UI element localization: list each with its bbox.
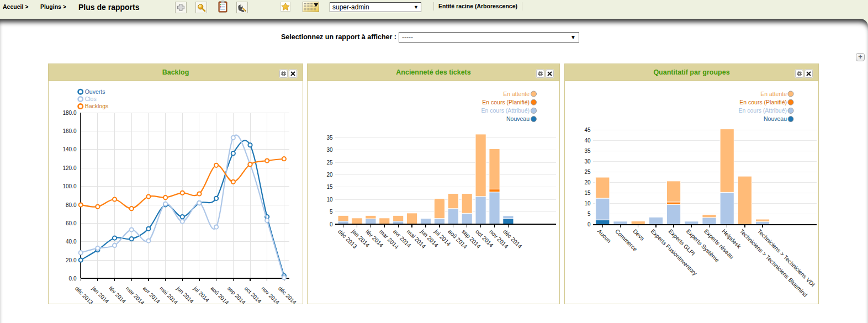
gear-icon[interactable] xyxy=(536,70,544,78)
bar-segment-En attente xyxy=(366,215,376,219)
data-point-Clos xyxy=(181,219,184,223)
y-axis-label: 45 xyxy=(584,127,591,133)
y-axis-label: 140.0 xyxy=(62,146,76,152)
bar-chart-svg: AucunCommerceDevsExperts FusionInventory… xyxy=(565,81,818,304)
data-point-Backlogs xyxy=(113,197,117,201)
report-icon[interactable] xyxy=(217,1,229,15)
legend-label: Backlogs xyxy=(85,103,109,109)
close-icon[interactable] xyxy=(546,70,554,78)
bar-segment-En attente xyxy=(393,215,404,221)
y-axis-label: 10 xyxy=(326,197,333,203)
legend-marker-En cours (Attribué) xyxy=(788,108,793,113)
data-point-Backlogs xyxy=(96,205,99,209)
y-axis-label: 120.0 xyxy=(62,165,76,171)
bar-segment-En cours (Attribué) xyxy=(667,204,681,224)
bar-segment-En attente xyxy=(434,198,444,218)
y-axis-label: 20 xyxy=(584,179,591,186)
add-widget-button[interactable]: + xyxy=(856,53,865,61)
bar-segment-En attente xyxy=(352,218,362,224)
legend-marker-En cours (Planifié) xyxy=(531,99,537,105)
panel-backlog: Backlog 0.020.040.060.080.0100.0120.0140… xyxy=(48,63,303,304)
report-selector-label: Selectionnez un rapport à afficher : xyxy=(281,33,396,41)
x-axis-label: Aucun xyxy=(596,227,613,244)
data-point-Backlogs xyxy=(248,162,252,166)
bar-segment-En cours (Attribué) xyxy=(448,209,458,224)
data-point-Clos xyxy=(96,246,99,250)
bar-segment-Nouveau xyxy=(503,219,514,224)
bar-segment-En attente xyxy=(475,134,486,197)
bar-segment-En cours (Planifié) xyxy=(489,189,500,192)
display-icon[interactable] xyxy=(301,2,321,14)
panel-quantitatif-header: Quantitatif par groupes xyxy=(565,64,818,81)
x-axis-label: Techniciens > Techniciens Bluemind xyxy=(738,227,809,298)
legend-marker-En cours (Planifié) xyxy=(788,99,793,105)
close-icon[interactable] xyxy=(289,70,297,78)
bar-segment-En cours (Attribué) xyxy=(702,218,716,225)
bar-segment-En attente xyxy=(702,215,716,218)
gear-icon[interactable] xyxy=(279,70,288,78)
bar-segment-En attente xyxy=(489,149,500,189)
y-axis-label: 25 xyxy=(584,169,591,175)
y-axis-label: 40 xyxy=(584,137,591,144)
y-axis-label: 35 xyxy=(326,135,333,141)
panel-quantitatif: Quantitatif par groupes AucunCommerceDev… xyxy=(564,63,819,304)
chart-anciennete: déc 2013jan 2014fév 2014mar 2014avr 2014… xyxy=(308,81,559,304)
x-axis-label: fév 2014 xyxy=(108,285,127,304)
bar-segment-En cours (Attribué) xyxy=(475,197,486,224)
x-axis-label: mai 2014 xyxy=(158,285,179,304)
tools-icon[interactable] xyxy=(236,2,248,13)
bar-segment-En attente xyxy=(462,193,472,213)
chart-backlog: 0.020.040.060.080.0100.0120.0140.0160.01… xyxy=(49,81,303,304)
x-axis-label: jui 2014 xyxy=(192,285,211,304)
x-axis-label: Devs xyxy=(632,227,645,241)
legend-marker-Backlogs xyxy=(78,104,83,108)
data-point-Backlogs xyxy=(130,206,134,210)
bar-segment-En cours (Attribué) xyxy=(462,213,472,224)
data-point-Ouverts xyxy=(130,237,134,241)
gear-icon[interactable] xyxy=(795,70,803,78)
bar-segment-En cours (Attribué) xyxy=(489,192,500,224)
data-point-Backlogs xyxy=(214,163,218,167)
bookmark-icon[interactable] xyxy=(280,2,290,12)
bar-segment-En attente xyxy=(448,193,458,208)
entity-label: Entité racine (Arborescence) xyxy=(433,2,522,10)
data-point-Backlogs xyxy=(282,157,286,161)
y-axis-label: 80.0 xyxy=(66,202,77,208)
data-point-Backlogs xyxy=(197,192,201,195)
add-icon[interactable] xyxy=(175,2,187,13)
bar-segment-Nouveau xyxy=(596,220,610,224)
search-icon[interactable] xyxy=(195,2,207,13)
y-axis-label: 0 xyxy=(330,221,333,227)
legend-marker-En attente xyxy=(788,91,793,97)
top-header: Accueil > Plugins > Plus de rapports xyxy=(0,0,868,19)
data-point-Ouverts xyxy=(146,227,150,231)
panel-title: Quantitatif par groupes xyxy=(565,64,818,81)
legend-label: Nouveau xyxy=(764,115,787,122)
close-icon[interactable] xyxy=(805,70,813,78)
profile-select[interactable]: super-admin ▼ xyxy=(330,2,421,12)
bar-segment-En attente xyxy=(738,176,751,224)
y-axis-label: 180.0 xyxy=(62,110,76,116)
y-axis-label: 20 xyxy=(326,172,333,178)
legend-label: Ouverts xyxy=(85,88,105,95)
bar-segment-En cours (Attribué) xyxy=(366,219,376,224)
bar-segment-En cours (Attribué) xyxy=(503,216,514,219)
data-point-Backlogs xyxy=(163,195,167,199)
y-axis-label: 25 xyxy=(326,160,333,166)
report-select[interactable]: ----- ▼ xyxy=(399,32,579,43)
data-point-Ouverts xyxy=(113,236,117,240)
breadcrumb-accueil[interactable]: Accueil > xyxy=(3,3,28,10)
data-point-Backlogs xyxy=(146,194,150,198)
chart-quantitatif: AucunCommerceDevsExperts FusionInventory… xyxy=(565,81,818,304)
y-axis-label: 15 xyxy=(326,184,333,190)
legend-label: En cours (Planifié) xyxy=(482,99,530,105)
chevron-down-icon: ▼ xyxy=(414,4,419,10)
breadcrumb-plugins[interactable]: Plugins > xyxy=(40,3,66,10)
y-axis-label: 5 xyxy=(588,211,591,217)
bar-segment-En cours (Attribué) xyxy=(596,198,610,220)
y-axis-label: 0.0 xyxy=(69,276,77,282)
data-point-Clos xyxy=(231,136,235,140)
data-point-Ouverts xyxy=(231,151,235,155)
panel-title: Backlog xyxy=(49,64,303,81)
legend-marker-En cours (Attribué) xyxy=(531,108,537,113)
